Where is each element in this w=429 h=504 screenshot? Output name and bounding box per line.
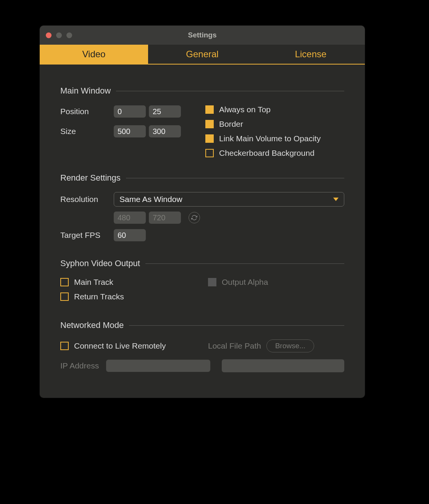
checkerboard-checkbox[interactable]: [205, 149, 214, 157]
zoom-icon[interactable]: [66, 32, 72, 38]
return-tracks-label: Return Tracks: [74, 292, 124, 301]
position-x-input[interactable]: [114, 105, 146, 118]
close-icon[interactable]: [46, 32, 52, 38]
local-path-label: Local File Path: [208, 341, 261, 351]
window-title: Settings: [40, 31, 365, 39]
section-title-syphon: Syphon Video Output: [60, 258, 140, 268]
section-title-networked: Networked Mode: [60, 320, 124, 330]
border-checkbox[interactable]: [205, 120, 214, 128]
return-tracks-checkbox[interactable]: [60, 292, 69, 301]
ip-address-input[interactable]: [106, 360, 210, 372]
link-volume-checkbox[interactable]: [205, 134, 214, 143]
content-area: Main Window Position Size: [40, 65, 365, 388]
res-width-input: [114, 212, 146, 224]
section-networked: Networked Mode Connect to Live Remotely …: [60, 320, 344, 372]
checkerboard-label: Checkerboard Background: [219, 149, 314, 158]
border-label: Border: [219, 120, 243, 129]
connect-remote-label: Connect to Live Remotely: [74, 341, 166, 351]
section-title-main-window: Main Window: [60, 86, 111, 96]
divider: [126, 178, 344, 178]
always-on-top-label: Always on Top: [219, 105, 271, 114]
section-main-window: Main Window Position Size: [60, 86, 344, 163]
divider: [129, 325, 344, 326]
browse-button[interactable]: Browse...: [266, 339, 314, 352]
resolution-value: Same As Window: [119, 195, 182, 204]
connect-remote-checkbox[interactable]: [60, 342, 69, 350]
output-alpha-checkbox: [208, 278, 216, 286]
output-alpha-label: Output Alpha: [222, 278, 268, 287]
chevron-down-icon: [333, 198, 339, 201]
local-path-input[interactable]: [222, 359, 344, 372]
link-volume-label: Link Main Volume to Opacity: [219, 134, 321, 143]
position-label: Position: [60, 107, 114, 116]
section-title-render: Render Settings: [60, 173, 121, 183]
divider: [145, 263, 344, 264]
always-on-top-checkbox[interactable]: [205, 105, 214, 114]
tab-bar: Video General License: [40, 45, 365, 65]
refresh-icon[interactable]: [189, 212, 200, 223]
section-render-settings: Render Settings Resolution Same As Windo…: [60, 173, 344, 242]
resolution-select[interactable]: Same As Window: [114, 192, 344, 207]
divider: [116, 91, 344, 91]
position-y-input[interactable]: [149, 105, 181, 118]
size-height-input[interactable]: [149, 125, 181, 137]
main-track-label: Main Track: [74, 278, 113, 287]
fps-input[interactable]: [114, 229, 146, 241]
res-height-input: [149, 212, 181, 224]
minimize-icon[interactable]: [56, 32, 62, 38]
section-syphon: Syphon Video Output Main Track Return Tr…: [60, 258, 344, 307]
window-controls: [40, 32, 72, 38]
size-width-input[interactable]: [114, 125, 146, 137]
fps-label: Target FPS: [60, 231, 114, 240]
tab-video[interactable]: Video: [40, 45, 148, 64]
size-label: Size: [60, 127, 114, 136]
tab-license[interactable]: License: [256, 45, 365, 64]
window-titlebar: Settings: [40, 26, 365, 45]
main-track-checkbox[interactable]: [60, 278, 69, 286]
ip-address-label: IP Address: [60, 361, 106, 370]
resolution-label: Resolution: [60, 195, 114, 204]
tab-general[interactable]: General: [148, 45, 256, 64]
settings-window: Settings Video General License Main Wind…: [40, 26, 365, 398]
